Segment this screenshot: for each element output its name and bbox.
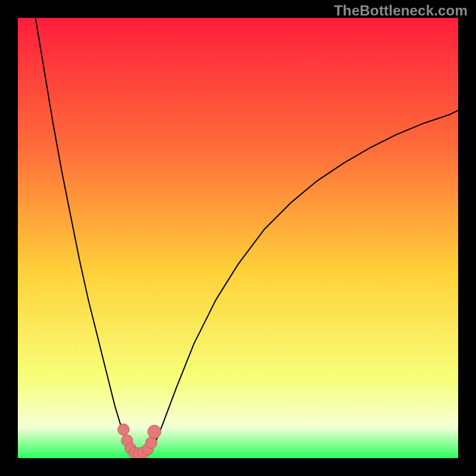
chart-frame: TheBottleneck.com — [0, 0, 476, 476]
plot-area — [18, 18, 458, 458]
valley-marker — [148, 425, 161, 439]
gradient-background — [18, 18, 458, 458]
valley-marker — [146, 437, 157, 449]
chart-svg — [18, 18, 458, 458]
valley-marker — [118, 424, 129, 435]
watermark-text: TheBottleneck.com — [334, 2, 468, 19]
